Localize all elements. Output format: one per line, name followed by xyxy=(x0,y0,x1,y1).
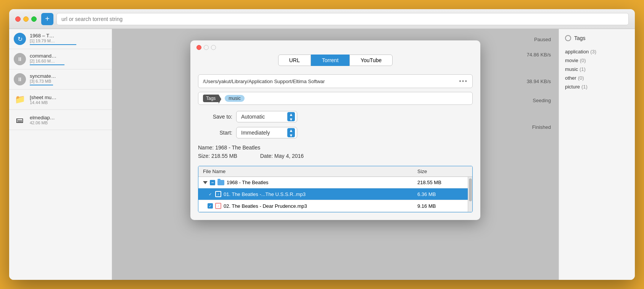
tab-torrent[interactable]: Torrent xyxy=(311,55,350,66)
add-button[interactable]: + xyxy=(41,13,53,25)
tag-count: (1) xyxy=(580,66,586,72)
tag-count: (0) xyxy=(578,75,584,81)
file-size: 6.36 MB xyxy=(417,191,463,197)
tag-count: (1) xyxy=(581,84,588,90)
pause-icon: ⏸ xyxy=(14,73,26,85)
start-label: Start: xyxy=(198,130,232,136)
right-sidebar: Tags application (3) movie (0) music (1)… xyxy=(559,29,635,280)
file-checkbox[interactable]: ✓ xyxy=(208,191,213,197)
torrent-date-value: May 4, 2016 xyxy=(274,153,304,159)
add-torrent-modal: URL Torrent YouTube /Users/yakut/Library… xyxy=(190,40,480,220)
file-rows: − 1968 - The Beatles 218.55 MB xyxy=(198,177,468,212)
file-table-body: − 1968 - The Beatles 218.55 MB xyxy=(198,177,472,212)
maximize-button[interactable] xyxy=(31,16,37,22)
tag-item-application[interactable]: application (3) xyxy=(565,47,629,56)
tab-bar: URL Torrent YouTube xyxy=(190,55,480,70)
col-filename-header: File Name xyxy=(203,169,417,174)
start-select[interactable]: Immediately xyxy=(236,127,297,138)
center-panel: Paused 74.86 KB/s 38.94 KB/s Seeding Fin… xyxy=(112,29,559,280)
pause-icon: ⏸ xyxy=(14,53,26,65)
scrollbar[interactable] xyxy=(468,177,472,212)
path-text: /Users/yakut/Library/Application Support… xyxy=(203,79,325,84)
download-list: ↻ 1968 – T… [1] 19.79 M… ⏸ command… [2] … xyxy=(9,29,112,280)
list-item[interactable]: 🖴 elmediap… 42.06 MB xyxy=(9,110,112,130)
tag-chip-music[interactable]: music xyxy=(225,95,244,102)
table-row[interactable]: − 1968 - The Beatles 218.55 MB xyxy=(198,177,468,188)
col-size-header: Size xyxy=(417,169,463,174)
download-name: syncmate… xyxy=(30,73,107,79)
file-size: 9.16 MB xyxy=(417,203,463,209)
tab-youtube[interactable]: YouTube xyxy=(349,55,393,66)
search-area: + xyxy=(41,13,629,25)
tags-header: Tags xyxy=(565,35,629,41)
tags-title: Tags xyxy=(574,35,586,41)
download-name: 1968 – T… xyxy=(30,33,107,39)
table-row[interactable]: ✓ ♪ 02. The Beatles - Dear Prudence.mp3 … xyxy=(198,200,468,212)
download-info: [sheet mu… 14.44 MB xyxy=(30,95,107,105)
tag-item-other[interactable]: other (0) xyxy=(565,74,629,82)
tag-badge: Tags xyxy=(203,95,219,102)
modal-minimize-button[interactable] xyxy=(204,45,209,50)
download-info: 1968 – T… [1] 19.79 M… xyxy=(30,33,107,45)
tag-label: application xyxy=(565,49,589,55)
torrent-date-label: Date: May 4, 2016 xyxy=(260,153,304,159)
tag-item-picture[interactable]: picture (1) xyxy=(565,82,629,91)
tag-item-music[interactable]: music (1) xyxy=(565,65,629,74)
download-meta: 14.44 MB xyxy=(30,100,107,105)
file-name: 02. The Beatles - Dear Prudence.mp3 xyxy=(224,203,417,209)
music-file-icon: ♪ xyxy=(215,203,221,209)
list-item[interactable]: ↻ 1968 – T… [1] 19.79 M… xyxy=(9,29,112,49)
download-info: command… [2] 16.60 M… xyxy=(30,53,107,65)
close-button[interactable] xyxy=(15,16,21,22)
download-name: [sheet mu… xyxy=(30,95,107,100)
tags-radio[interactable] xyxy=(565,35,571,41)
torrent-size-date-row: Size: 218.55 MB Date: May 4, 2016 xyxy=(198,153,473,159)
download-name: elmediap… xyxy=(30,115,107,120)
tab-url[interactable]: URL xyxy=(278,55,311,66)
traffic-lights xyxy=(15,16,37,22)
download-meta: [1] 19.79 M… xyxy=(30,39,107,43)
torrent-name-value: 1968 - The Beatles xyxy=(215,144,260,151)
minus-checkbox[interactable]: − xyxy=(210,180,215,185)
tag-label: other xyxy=(565,75,576,81)
table-row[interactable]: ✓ ♪ 01. The Beatles -...The U.S.S.R..mp3… xyxy=(198,188,468,200)
list-item[interactable]: 📁 [sheet mu… 14.44 MB xyxy=(9,90,112,110)
file-icon: 🖴 xyxy=(14,114,26,126)
download-meta: [2] 16.60 M… xyxy=(30,59,107,63)
download-meta: [3] 6.73 MB xyxy=(30,79,107,83)
modal-overlay: URL Torrent YouTube /Users/yakut/Library… xyxy=(112,29,559,280)
modal-traffic-lights xyxy=(196,45,216,50)
progress-bar xyxy=(30,85,53,85)
path-row[interactable]: /Users/yakut/Library/Application Support… xyxy=(198,74,473,88)
file-size: 218.55 MB xyxy=(417,180,463,185)
start-select-wrapper: Immediately ▲ ▼ xyxy=(236,127,297,138)
tag-item-movie[interactable]: movie (0) xyxy=(565,56,629,65)
download-info: elmediap… 42.06 MB xyxy=(30,115,107,125)
check-icon: ✓ xyxy=(209,192,212,196)
torrent-info: Name: 1968 - The Beatles Size: 218.55 MB… xyxy=(198,143,473,166)
file-table-header: File Name Size xyxy=(198,166,472,177)
expand-icon xyxy=(203,181,208,184)
modal-close-button[interactable] xyxy=(196,45,201,50)
list-item[interactable]: ⏸ syncmate… [3] 6.73 MB xyxy=(9,69,112,90)
scrollbar-thumb[interactable] xyxy=(469,178,472,201)
file-name: 1968 - The Beatles xyxy=(227,180,417,185)
modal-title-bar xyxy=(190,40,480,55)
path-dots-icon: ••• xyxy=(459,78,468,85)
file-checkbox[interactable]: ✓ xyxy=(208,203,213,209)
folder-icon xyxy=(217,180,224,185)
file-name: 01. The Beatles -...The U.S.S.R..mp3 xyxy=(224,191,417,197)
minimize-button[interactable] xyxy=(23,16,29,22)
save-to-select[interactable]: Automatic xyxy=(236,111,297,122)
tag-label: picture xyxy=(565,84,580,90)
search-input[interactable] xyxy=(56,13,629,25)
modal-maximize-button[interactable] xyxy=(211,45,216,50)
list-item[interactable]: ⏸ command… [2] 16.60 M… xyxy=(9,49,112,69)
reload-icon: ↻ xyxy=(14,33,26,45)
tag-label: music xyxy=(565,66,578,72)
main-content: ↻ 1968 – T… [1] 19.79 M… ⏸ command… [2] … xyxy=(9,29,635,280)
title-bar: + xyxy=(9,9,635,29)
save-to-select-wrapper: Automatic ▲ ▼ xyxy=(236,111,297,122)
tag-count: (0) xyxy=(580,58,586,63)
torrent-size-label: Size: 218.55 MB xyxy=(198,153,237,159)
